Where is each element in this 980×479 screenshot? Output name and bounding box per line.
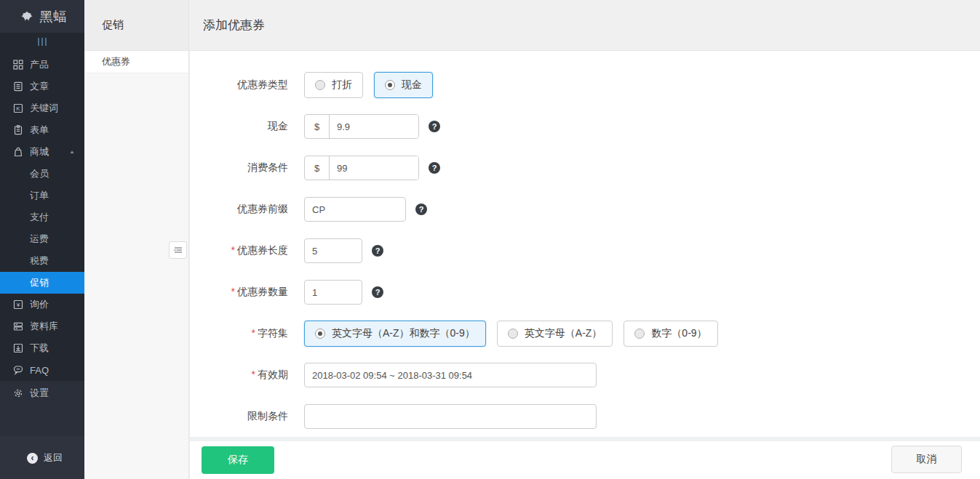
main-sidebar: 黑蝠 产品 文章 K 关键词 表单 商城: [0, 0, 84, 479]
sidebar-item-settings[interactable]: 设置: [0, 382, 84, 404]
help-icon[interactable]: ?: [429, 121, 440, 132]
svg-text:K: K: [16, 105, 20, 112]
radio-icon: [508, 329, 518, 339]
row-coupon-quantity: *优惠券数量 ?: [190, 279, 980, 305]
page-header: 添加优惠券: [190, 0, 980, 51]
row-validity: *有效期: [190, 362, 980, 388]
mall-icon: [12, 147, 23, 158]
sidebar-item-inquiry[interactable]: ¥ 询价: [0, 294, 84, 315]
secondary-item-coupon[interactable]: 优惠券: [84, 51, 188, 73]
field-label: *优惠券数量: [190, 286, 288, 299]
secondary-sidebar: 促销 优惠券: [84, 0, 189, 479]
keyword-icon: K: [12, 103, 23, 114]
cash-input-group: $: [304, 114, 419, 139]
help-icon[interactable]: ?: [429, 162, 440, 174]
charset-option-alphanumeric[interactable]: 英文字母（A-Z）和数字（0-9）: [304, 321, 486, 347]
sidebar-menu: 产品 文章 K 关键词 表单 商城 ▲ 会员 订单 支付 运费: [0, 51, 84, 381]
charset-option-digits[interactable]: 数字（0-9）: [624, 321, 717, 347]
sidebar-subitem-members[interactable]: 会员: [0, 163, 84, 185]
sidebar-item-mall[interactable]: 商城 ▲: [0, 141, 84, 163]
coupon-length-input[interactable]: [304, 238, 362, 263]
required-mark: *: [252, 369, 255, 380]
field-label: *字符集: [190, 327, 288, 340]
panel-toggle-button[interactable]: [169, 241, 187, 259]
condition-input-group: $: [304, 156, 419, 180]
menu-lines-icon: [173, 245, 183, 255]
sidebar-item-label: 产品: [30, 58, 49, 71]
form-footer: 保存 取消: [190, 441, 980, 479]
sidebar-item-downloads[interactable]: 下载: [0, 337, 84, 359]
sidebar-item-label: 询价: [30, 298, 49, 311]
svg-text:¥: ¥: [15, 302, 20, 308]
currency-addon: $: [305, 156, 330, 180]
row-coupon-length: *优惠券长度 ?: [190, 238, 980, 264]
required-mark: *: [252, 327, 255, 339]
radio-selected-icon: [385, 80, 395, 90]
coupon-quantity-input[interactable]: [304, 280, 362, 305]
sidebar-item-library[interactable]: 资料库: [0, 315, 84, 337]
coupon-type-option-cash[interactable]: 现金: [374, 72, 433, 98]
back-button[interactable]: ‹ 返回: [0, 436, 84, 464]
sidebar-subitem-payment[interactable]: 支付: [0, 206, 84, 228]
field-label: 现金: [190, 120, 288, 133]
sidebar-item-label: 设置: [30, 387, 49, 400]
sidebar-collapse-toggle[interactable]: [0, 33, 84, 51]
help-icon[interactable]: ?: [372, 286, 383, 298]
coupon-type-option-discount[interactable]: 打折: [304, 72, 363, 98]
sidebar-item-label: 资料库: [30, 320, 58, 333]
currency-addon: $: [305, 115, 330, 138]
condition-input[interactable]: [330, 156, 418, 180]
brand-logo[interactable]: 黑蝠: [0, 0, 84, 33]
sidebar-subitem-promotion-active[interactable]: 促销: [0, 272, 84, 294]
help-icon[interactable]: ?: [372, 245, 383, 257]
grid-icon: [12, 60, 23, 71]
inquiry-icon: ¥: [12, 299, 23, 310]
field-label: 限制条件: [190, 410, 288, 423]
field-label: 优惠券类型: [190, 79, 288, 92]
field-label: 消费条件: [190, 161, 288, 174]
row-restriction: 限制条件: [190, 403, 980, 430]
sidebar-item-articles[interactable]: 文章: [0, 76, 84, 97]
help-icon[interactable]: ?: [415, 204, 427, 215]
sidebar-item-label: 商城: [30, 145, 49, 158]
sidebar-item-keywords[interactable]: K 关键词: [0, 97, 84, 119]
cash-input[interactable]: [330, 115, 418, 138]
collapse-bars-icon: [38, 38, 39, 46]
row-spend-condition: 消费条件 $ ?: [190, 155, 980, 181]
caret-up-icon: ▲: [69, 149, 75, 154]
form-icon: [12, 125, 23, 136]
required-mark: *: [231, 244, 235, 256]
sidebar-item-forms[interactable]: 表单: [0, 119, 84, 141]
sidebar-subitem-shipping[interactable]: 运费: [0, 228, 84, 250]
page-title: 添加优惠券: [203, 17, 265, 33]
gear-icon: [12, 388, 23, 399]
sidebar-lower-section: 设置: [0, 381, 84, 438]
sidebar-item-label: 下载: [30, 342, 49, 355]
faq-icon: [12, 365, 23, 376]
sidebar-item-faq[interactable]: FAQ: [0, 359, 84, 381]
radio-selected-icon: [315, 329, 325, 339]
app-window: 黑蝠 产品 文章 K 关键词 表单 商城: [0, 0, 980, 479]
validity-range-input[interactable]: [304, 363, 597, 387]
sidebar-item-products[interactable]: 产品: [0, 54, 84, 76]
sidebar-subitem-tax[interactable]: 税费: [0, 250, 84, 272]
row-charset: *字符集 英文字母（A-Z）和数字（0-9） 英文字母（A-Z） 数字（0-9）: [190, 321, 980, 347]
library-icon: [12, 321, 23, 332]
sidebar-item-label: 表单: [30, 124, 49, 137]
download-icon: [12, 343, 23, 354]
sidebar-item-label: 文章: [30, 80, 49, 93]
secondary-header: 促销: [84, 0, 188, 51]
brand-name: 黑蝠: [39, 8, 67, 25]
restriction-input[interactable]: [304, 404, 597, 429]
required-mark: *: [231, 286, 235, 297]
cancel-button[interactable]: 取消: [891, 446, 962, 473]
main-content: 添加优惠券 优惠券类型 打折 现金 现金 $ ?: [190, 0, 980, 479]
coupon-prefix-input[interactable]: [304, 197, 406, 222]
row-coupon-type: 优惠券类型 打折 现金: [190, 72, 980, 98]
charset-option-letters[interactable]: 英文字母（A-Z）: [497, 321, 613, 347]
save-button[interactable]: 保存: [202, 446, 274, 474]
field-label: 优惠券前缀: [190, 203, 288, 216]
back-arrow-icon: ‹: [27, 453, 38, 464]
sidebar-subitem-orders[interactable]: 订单: [0, 185, 84, 206]
back-label: 返回: [44, 451, 63, 464]
